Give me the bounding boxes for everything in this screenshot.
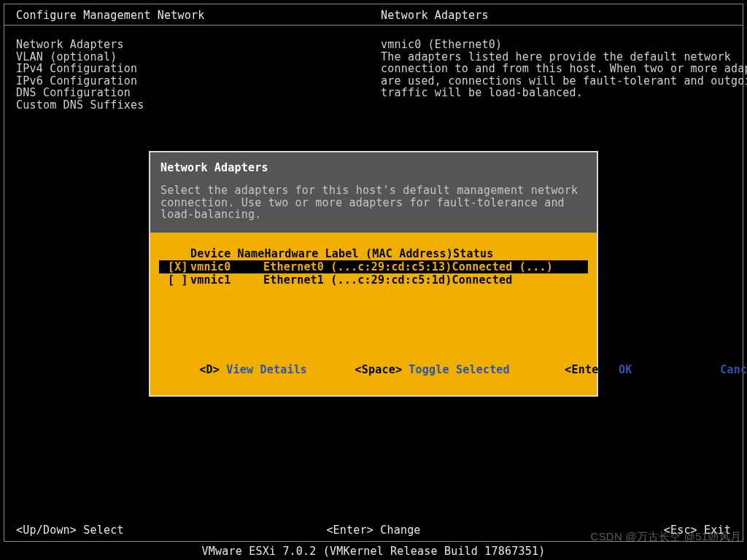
hint-enter: <Enter> Change [198,524,549,537]
adapter-label: Ethernet0 (...c:29:cd:c5:13) [263,260,452,273]
action-toggle: Toggle Selected [409,363,509,376]
menu-item-network-adapters[interactable]: Network Adapters [16,39,381,51]
menu-item-ipv4[interactable]: IPv4 Configuration [16,63,381,75]
page-title-left: Configure Management Network [16,9,381,22]
action-ok: OK [619,363,632,376]
adapter-status: Connected [452,273,579,287]
key-space: <Space> [355,363,403,376]
hint-updown: <Up/Down> Select [16,524,198,537]
detail-line: The adapters listed here provide the def… [381,51,747,63]
detail-line: connection to and from this host. When t… [381,63,747,75]
adapter-row-vmnic0[interactable]: [X] vmnic0 Ethernet0 (...c:29:cd:c5:13) … [159,260,588,273]
network-adapters-dialog: Network Adapters Select the adapters for… [149,151,598,397]
menu-item-ipv6[interactable]: IPv6 Configuration [16,75,381,88]
hint-esc: <Esc> Exit [549,524,731,537]
page-title-right: Network Adapters [381,9,731,22]
dialog-header: Network Adapters Select the adapters for… [150,152,597,233]
adapter-checkbox[interactable]: [X] [168,260,190,273]
dialog-title: Network Adapters [160,161,587,174]
menu-column: Network Adapters VLAN (optional) IPv4 Co… [16,39,381,111]
adapter-status: Connected (...) [452,260,579,273]
col-label: Hardware Label (MAC Address) [265,247,453,260]
dialog-subtitle-line: Select the adapters for this host's defa… [160,184,587,197]
menu-item-dns[interactable]: DNS Configuration [16,87,381,99]
menu-item-vlan[interactable]: VLAN (optional) [16,51,381,63]
col-name: Device Name [190,247,265,260]
detail-column: vmnic0 (Ethernet0) The adapters listed h… [381,39,747,111]
key-d: <D> [199,363,220,376]
page-body: Network Adapters VLAN (optional) IPv4 Co… [4,26,743,111]
dialog-subtitle: Select the adapters for this host's defa… [160,184,587,221]
detail-line: traffic will be load-balanced. [381,87,747,99]
menu-item-dns-suffixes[interactable]: Custom DNS Suffixes [16,99,381,112]
page-header: Configure Management Network Network Ada… [4,4,743,26]
key-toggle-selected[interactable]: <Space> Toggle Selected [314,350,510,389]
detail-line: are used, connections will be fault-tole… [381,75,747,88]
dialog-body: Device Name Hardware Label (MAC Address)… [150,233,597,351]
detail-heading: vmnic0 (Ethernet0) [381,39,747,51]
version-line: VMware ESXi 7.0.2 (VMKernel Release Buil… [0,545,747,558]
key-view-details[interactable]: <D> View Details [159,350,307,389]
action-view-details: View Details [226,363,307,376]
key-esc: <Esc> [680,363,713,376]
dialog-keys: <D> View Details <Space> Toggle Selected… [150,350,597,395]
key-enter: <Enter> [565,363,612,376]
adapter-name: vmnic1 [190,273,263,287]
col-status: Status [453,247,579,260]
footer-hints: <Up/Down> Select <Enter> Change <Esc> Ex… [16,524,731,537]
key-ok[interactable]: <Enter> OK [525,350,632,389]
action-cancel: Cancel [720,363,747,376]
adapter-table-header: Device Name Hardware Label (MAC Address)… [159,247,588,260]
adapter-row-vmnic1[interactable]: [ ] vmnic1 Ethernet1 (...c:29:cd:c5:1d) … [159,273,588,287]
key-cancel[interactable]: <Esc> Cancel [640,350,747,389]
adapter-label: Ethernet1 (...c:29:cd:c5:1d) [263,273,452,287]
dialog-subtitle-line: connection. Use two or more adapters for… [160,197,587,209]
dialog-subtitle-line: load-balancing. [160,209,587,221]
adapter-checkbox[interactable]: [ ] [168,273,190,287]
col-check [168,247,190,260]
adapter-name: vmnic0 [190,260,263,273]
